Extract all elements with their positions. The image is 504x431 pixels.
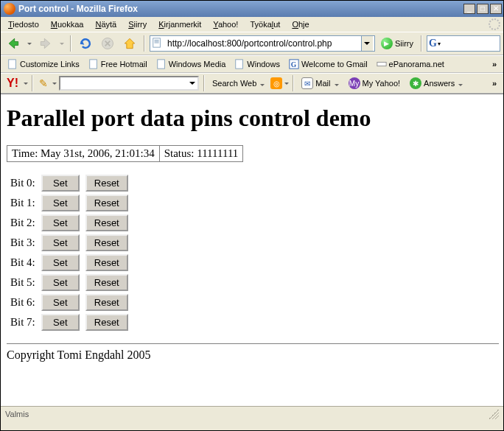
reload-button[interactable] bbox=[76, 34, 95, 53]
status-bar: Valmis bbox=[1, 406, 503, 421]
yahoo-search-input[interactable] bbox=[59, 76, 199, 91]
reset-button-bit1[interactable]: Reset bbox=[85, 195, 128, 211]
menu-tyokalut[interactable]: Työkalut bbox=[245, 18, 284, 30]
yahoo-search-web[interactable]: Search Web bbox=[209, 77, 268, 89]
bookmark-windows-media[interactable]: Windows Media bbox=[153, 57, 230, 71]
reset-button-bit6[interactable]: Reset bbox=[85, 294, 128, 311]
set-button-bit4[interactable]: Set bbox=[41, 254, 80, 271]
status-text: Valmis bbox=[5, 410, 29, 418]
firefox-icon bbox=[4, 3, 15, 15]
bookmark-label: Customize Links bbox=[20, 60, 80, 69]
resize-grip-icon[interactable] bbox=[489, 409, 499, 419]
forward-button[interactable] bbox=[36, 34, 55, 53]
search-dropdown-icon[interactable]: ▾ bbox=[438, 41, 441, 47]
reset-button-bit7[interactable]: Reset bbox=[85, 314, 128, 331]
yahoo-mail[interactable]: ✉ Mail bbox=[298, 76, 342, 91]
bit-row: Bit 4:SetReset bbox=[8, 253, 130, 272]
bookmark-gmail[interactable]: G Welcome to Gmail bbox=[285, 57, 371, 71]
set-button-bit6[interactable]: Set bbox=[41, 294, 80, 311]
yahoo-my-yahoo[interactable]: My My Yahoo! bbox=[345, 76, 405, 91]
stop-button[interactable] bbox=[98, 34, 117, 53]
yahoo-item-label: Search Web bbox=[212, 79, 256, 88]
bit-row: Bit 2:SetReset bbox=[8, 214, 130, 232]
set-button-bit5[interactable]: Set bbox=[41, 274, 80, 291]
back-history-dropdown[interactable] bbox=[26, 34, 33, 53]
my-yahoo-icon: My bbox=[349, 77, 360, 89]
page-icon bbox=[7, 59, 18, 69]
yahoo-toolbar: Y! ✎ Search Web ◎ ✉ Mail My My Yahoo! ✱ … bbox=[1, 73, 503, 94]
go-button[interactable]: ▶ Siirry bbox=[378, 36, 416, 51]
yahoo-overflow[interactable]: » bbox=[489, 79, 500, 88]
bit-label: Bit 1: bbox=[8, 194, 38, 212]
bit-row: Bit 0:SetReset bbox=[8, 174, 130, 192]
reset-button-bit2[interactable]: Reset bbox=[85, 214, 128, 231]
copyright: Copyright Tomi Engdahl 2005 bbox=[7, 348, 499, 362]
yahoo-item-label: Answers bbox=[424, 79, 455, 88]
set-button-bit2[interactable]: Set bbox=[41, 214, 80, 231]
google-icon: G bbox=[429, 38, 437, 49]
menu-yahoo[interactable]: Yahoo! bbox=[209, 18, 242, 30]
set-button-bit1[interactable]: Set bbox=[41, 195, 80, 211]
menu-tiedosto[interactable]: Tiedosto bbox=[4, 18, 43, 30]
pencil-dropdown[interactable] bbox=[52, 83, 57, 85]
reset-button-bit0[interactable]: Reset bbox=[85, 175, 128, 192]
maximize-button[interactable]: □ bbox=[477, 4, 489, 14]
url-history-dropdown[interactable] bbox=[361, 36, 373, 51]
home-button[interactable] bbox=[120, 34, 139, 53]
url-input[interactable] bbox=[166, 37, 361, 50]
bookmark-windows[interactable]: Windows bbox=[231, 57, 284, 71]
set-button-bit3[interactable]: Set bbox=[41, 234, 80, 251]
answers-icon: ✱ bbox=[410, 77, 421, 89]
svg-rect-3 bbox=[89, 60, 97, 69]
pencil-icon[interactable]: ✎ bbox=[37, 77, 50, 89]
bookmark-epanorama[interactable]: ePanorama.net bbox=[373, 57, 448, 71]
menu-nayta[interactable]: Näytä bbox=[91, 18, 121, 30]
close-button[interactable]: ✕ bbox=[490, 4, 502, 14]
bookmark-free-hotmail[interactable]: Free Hotmail bbox=[85, 57, 151, 71]
toolbar-separator bbox=[203, 75, 205, 91]
bookmark-label: Windows bbox=[247, 60, 280, 69]
svg-rect-4 bbox=[157, 60, 164, 69]
page-icon bbox=[152, 38, 164, 49]
bookmarks-toolbar: Customize Links Free Hotmail Windows Med… bbox=[1, 55, 503, 73]
bit-label: Bit 5: bbox=[8, 273, 38, 292]
yahoo-search-dropdown[interactable] bbox=[189, 82, 195, 85]
set-button-bit7[interactable]: Set bbox=[41, 314, 80, 331]
time-cell: Time: May 31st, 2006, 21:01:34 bbox=[7, 146, 160, 162]
forward-history-dropdown[interactable] bbox=[58, 34, 66, 53]
svg-rect-2 bbox=[9, 60, 16, 69]
reset-button-bit5[interactable]: Reset bbox=[85, 274, 128, 291]
page-icon bbox=[88, 59, 99, 69]
back-button[interactable] bbox=[4, 34, 23, 53]
menu-muokkaa[interactable]: Muokkaa bbox=[46, 18, 88, 30]
menu-kirjanmerkit[interactable]: Kirjanmerkit bbox=[154, 18, 206, 30]
content-viewport[interactable]: Parallel port data pins control demo Tim… bbox=[1, 94, 503, 406]
svg-rect-8 bbox=[377, 62, 385, 66]
menu-siirry[interactable]: Siirry bbox=[124, 18, 151, 30]
yahoo-logo[interactable]: Y! bbox=[4, 77, 21, 90]
reset-button-bit4[interactable]: Reset bbox=[85, 254, 128, 271]
toolbar-separator bbox=[70, 35, 71, 52]
reset-button-bit3[interactable]: Reset bbox=[85, 234, 128, 251]
menu-bar: Tiedosto Muokkaa Näytä Siirry Kirjanmerk… bbox=[1, 17, 503, 32]
menu-ohje[interactable]: Ohje bbox=[287, 18, 313, 30]
bookmarks-overflow[interactable]: » bbox=[489, 60, 500, 69]
yahoo-logo-dropdown[interactable] bbox=[24, 83, 28, 85]
bookmark-label: Welcome to Gmail bbox=[301, 60, 368, 69]
bit-row: Bit 6:SetReset bbox=[8, 293, 130, 312]
gmail-icon: G bbox=[289, 59, 299, 69]
yahoo-item-label: Mail bbox=[315, 79, 330, 88]
svg-rect-5 bbox=[236, 60, 243, 69]
set-button-bit0[interactable]: Set bbox=[41, 175, 80, 192]
search-box[interactable]: G▾ bbox=[427, 35, 500, 52]
bit-label: Bit 2: bbox=[8, 214, 38, 232]
target-dropdown[interactable] bbox=[284, 83, 289, 85]
bit-label: Bit 0: bbox=[8, 174, 38, 192]
yahoo-answers[interactable]: ✱ Answers bbox=[406, 76, 466, 91]
bookmark-customize-links[interactable]: Customize Links bbox=[4, 57, 83, 71]
url-bar[interactable] bbox=[150, 35, 375, 52]
bit-row: Bit 1:SetReset bbox=[8, 194, 130, 212]
status-cell: Status: 11111111 bbox=[159, 146, 243, 162]
target-icon[interactable]: ◎ bbox=[270, 77, 282, 89]
minimize-button[interactable]: _ bbox=[463, 4, 475, 14]
